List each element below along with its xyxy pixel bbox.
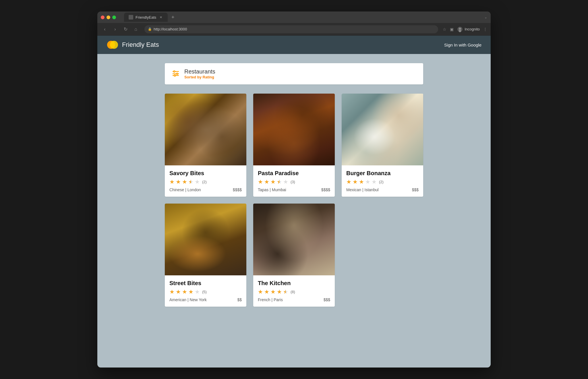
star-filled: ★ (169, 288, 175, 295)
star-filled: ★ (258, 178, 263, 185)
restaurants-grid: Savory Bites ★★★ ★ ★ ★ (2) Chinese | Lon… (165, 94, 423, 307)
card-image (342, 94, 423, 165)
star-filled: ★ (353, 178, 358, 185)
address-bar[interactable]: 🔒 http://localhost:3000 (144, 25, 438, 33)
home-button[interactable]: ⌂ (132, 25, 140, 33)
app-name: Friendly Eats (122, 41, 159, 49)
star-filled: ★ (346, 178, 351, 185)
tab-title: FriendlyEats (136, 15, 156, 20)
price: $$$$ (321, 187, 330, 192)
card-meta: Chinese | London $$$$ (169, 187, 242, 192)
reload-button[interactable]: ↻ (121, 25, 129, 33)
stars-row: ★★★★ ★ ★ (8) (258, 288, 330, 295)
star-filled: ★ (270, 288, 276, 295)
restaurant-name: Savory Bites (169, 170, 242, 177)
star-filled: ★ (176, 288, 181, 295)
back-button[interactable]: ‹ (101, 25, 109, 33)
card-info: Burger Bonanza ★★★★★ (2) Mexican | Istan… (342, 165, 423, 197)
restaurant-name: Pasta Paradise (258, 170, 330, 177)
maximize-button[interactable] (112, 16, 116, 19)
menu-icon[interactable]: ⋮ (483, 27, 487, 32)
tab-close-button[interactable]: ✕ (158, 15, 163, 20)
cuisine-location: French | Paris (258, 297, 283, 302)
card-image (253, 204, 335, 275)
app-logo (107, 39, 119, 51)
restaurant-name: Street Bites (169, 280, 242, 287)
incognito-badge: Incognito (457, 26, 480, 32)
svg-point-8 (177, 73, 178, 75)
star-filled: ★ (188, 288, 194, 295)
browser-right-controls: ☆ ▣ Incognito ⋮ (443, 26, 487, 32)
window-controls-right: ⌄ (484, 15, 487, 19)
header-text: Restaurants Sorted by Rating (184, 68, 215, 79)
star-filled: ★ (258, 288, 263, 295)
card-image (165, 94, 246, 165)
star-half: ★ ★ (283, 288, 288, 295)
svg-point-6 (174, 71, 175, 72)
address-bar-row: ‹ › ↻ ⌂ 🔒 http://localhost:3000 ☆ ▣ Inco… (97, 23, 491, 36)
incognito-label: Incognito (465, 27, 480, 31)
star-filled: ★ (169, 178, 175, 185)
active-tab[interactable]: FriendlyEats ✕ (124, 13, 168, 22)
title-bar: FriendlyEats ✕ + ⌄ (97, 11, 491, 23)
restaurant-card[interactable]: Street Bites ★★★★★ (5) American | New Yo… (165, 204, 246, 307)
incognito-icon (457, 26, 463, 32)
card-meta: French | Paris $$$ (258, 297, 330, 302)
star-half: ★ ★ (188, 178, 194, 185)
cuisine-location: Mexican | Istanbul (346, 187, 379, 192)
card-image (165, 204, 246, 275)
card-meta: Mexican | Istanbul $$$ (346, 187, 419, 192)
forward-button[interactable]: › (111, 25, 119, 33)
review-count: (2) (202, 180, 207, 184)
review-count: (5) (202, 290, 207, 294)
tab-switch-icon[interactable]: ▣ (450, 27, 454, 32)
minimize-button[interactable] (107, 16, 110, 19)
price: $$$ (412, 187, 419, 192)
restaurant-card[interactable]: Burger Bonanza ★★★★★ (2) Mexican | Istan… (342, 94, 423, 197)
card-info: Pasta Paradise ★★★ ★ ★ ★ (3) Tapas | Mum… (253, 165, 335, 197)
cuisine-location: Chinese | London (169, 187, 201, 192)
sign-in-button[interactable]: Sign In with Google (444, 42, 481, 47)
bookmark-icon[interactable]: ☆ (443, 27, 446, 32)
app-content: Friendly Eats Sign In with Google (97, 36, 491, 368)
stars-row: ★★★★★ (5) (169, 288, 242, 295)
tab-favicon (129, 15, 133, 20)
price: $$ (237, 297, 242, 302)
svg-point-2 (459, 30, 461, 32)
cuisine-location: Tapas | Mumbai (258, 187, 286, 192)
cuisine-location: American | New York (169, 297, 207, 302)
restaurants-header: Restaurants Sorted by Rating (165, 63, 423, 84)
star-empty: ★ (365, 178, 370, 185)
stars-row: ★★★ ★ ★ ★ (2) (169, 178, 242, 185)
card-meta: Tapas | Mumbai $$$$ (258, 187, 330, 192)
content-inner: Restaurants Sorted by Rating Savory Bite… (165, 63, 423, 307)
restaurant-card[interactable]: The Kitchen ★★★★ ★ ★ (8) French | Paris … (253, 204, 335, 307)
star-filled: ★ (359, 178, 364, 185)
restaurant-card[interactable]: Savory Bites ★★★ ★ ★ ★ (2) Chinese | Lon… (165, 94, 246, 197)
browser-window: FriendlyEats ✕ + ⌄ ‹ › ↻ ⌂ 🔒 http://loca… (97, 11, 491, 368)
dropdown-icon: ⌄ (484, 15, 487, 19)
main-content: Restaurants Sorted by Rating Savory Bite… (97, 54, 491, 316)
review-count: (3) (291, 180, 295, 184)
card-image (253, 94, 335, 165)
new-tab-button[interactable]: + (169, 13, 177, 21)
filter-icon (172, 69, 180, 78)
star-filled: ★ (264, 288, 269, 295)
star-filled: ★ (182, 178, 187, 185)
review-count: (8) (291, 290, 295, 294)
tab-bar: FriendlyEats ✕ + (124, 13, 482, 22)
card-info: The Kitchen ★★★★ ★ ★ (8) French | Paris … (253, 275, 335, 307)
restaurant-card[interactable]: Pasta Paradise ★★★ ★ ★ ★ (3) Tapas | Mum… (253, 94, 335, 197)
card-info: Savory Bites ★★★ ★ ★ ★ (2) Chinese | Lon… (165, 165, 246, 197)
star-empty: ★ (372, 178, 377, 185)
svg-point-10 (174, 75, 176, 76)
star-empty: ★ (195, 178, 200, 185)
sort-subtitle: Sorted by Rating (184, 75, 215, 79)
review-count: (2) (379, 180, 384, 184)
price: $$$ (324, 297, 330, 302)
logo-area: Friendly Eats (107, 39, 159, 51)
close-button[interactable] (101, 16, 105, 19)
svg-point-1 (459, 28, 461, 30)
svg-point-4 (110, 41, 118, 49)
card-info: Street Bites ★★★★★ (5) American | New Yo… (165, 275, 246, 307)
